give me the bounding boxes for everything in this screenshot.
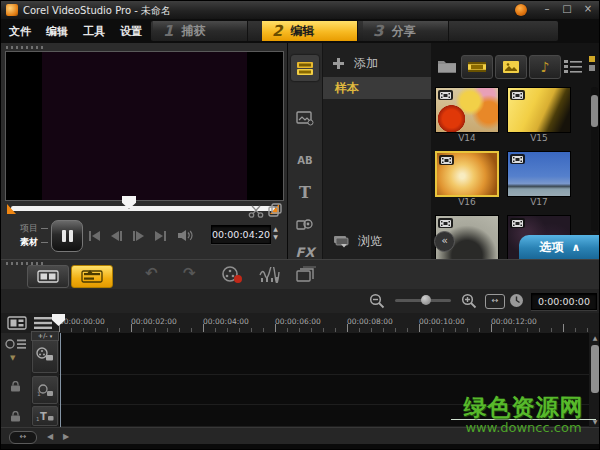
panel-grip[interactable] xyxy=(6,46,44,49)
add-gallery-button[interactable]: 添加 xyxy=(333,55,378,72)
menu-file[interactable]: 文件 xyxy=(9,24,31,39)
preview-timecode[interactable]: 00:00:04:20 xyxy=(211,225,271,244)
tab-capture[interactable]: 1 捕获 xyxy=(153,21,248,41)
gallery-item-sample[interactable]: 样本 xyxy=(323,77,431,99)
spinner-up-icon[interactable]: ▲ xyxy=(271,225,280,233)
collapse-library-button[interactable]: « xyxy=(434,231,455,252)
go-to-end-button[interactable] xyxy=(155,229,166,243)
timeline-ruler[interactable]: 00:00:00:00 00:00:02:00 00:00:04:00 00:0… xyxy=(1,313,600,334)
add-remove-chapter-button[interactable]: +/- ▾ xyxy=(31,331,59,341)
svg-text:1: 1 xyxy=(36,416,40,422)
tab-share[interactable]: 3 分享 xyxy=(363,21,449,41)
tab-edit[interactable]: 2 编辑 xyxy=(262,21,358,41)
timecode-spinner[interactable]: ▲ ▼ xyxy=(271,225,280,242)
instant-project-icon[interactable] xyxy=(295,266,317,283)
browse-icon xyxy=(333,235,350,248)
track-manager-icon[interactable] xyxy=(5,338,27,350)
project-mode-label[interactable]: 项目 xyxy=(20,222,38,235)
corel-badge-icon[interactable] xyxy=(515,4,527,16)
maximize-button[interactable]: □ xyxy=(559,2,575,16)
undo-button[interactable]: ↶ xyxy=(145,264,158,282)
scroll-up-icon[interactable]: ▲ xyxy=(589,333,600,343)
ruler-label: 00:00:12:00 xyxy=(491,317,561,326)
menu-tools[interactable]: 工具 xyxy=(83,24,105,39)
thumbnail-label: V15 xyxy=(507,133,571,143)
video-clip-badge-icon xyxy=(510,218,525,228)
clip-mode-label[interactable]: 素材 xyxy=(20,236,38,249)
thumbnail-label: V16 xyxy=(435,197,499,207)
track-list-icon[interactable] xyxy=(33,316,53,330)
thumbnail-v15[interactable] xyxy=(507,87,571,133)
video-track-icon xyxy=(36,347,54,361)
menu-bar: 文件 编辑 工具 设置 1 捕获 2 编辑 3 分享 xyxy=(1,19,600,43)
spinner-down-icon[interactable]: ▼ xyxy=(271,233,280,241)
minimize-button[interactable]: – xyxy=(539,2,555,16)
thumbnail-v14[interactable] xyxy=(435,87,499,133)
track-left-strip: ▼ xyxy=(1,333,32,427)
library-panel: AB T FX 添加 样本 xyxy=(288,43,600,259)
go-to-start-button[interactable] xyxy=(89,229,100,243)
svg-text:1: 1 xyxy=(37,390,41,397)
split-clip-icon[interactable] xyxy=(248,205,264,218)
library-content: ♪ V14 xyxy=(431,43,600,259)
nav-graphics-icon[interactable] xyxy=(291,211,319,237)
folder-icon[interactable] xyxy=(437,58,457,74)
timeline-timecode[interactable]: 0:00:00:00 xyxy=(531,293,597,310)
next-frame-button[interactable] xyxy=(133,229,144,243)
enlarge-preview-icon[interactable] xyxy=(268,203,282,217)
duration-clock-icon[interactable] xyxy=(509,293,524,308)
trim-bar[interactable] xyxy=(11,206,275,211)
track-dropdown-icon[interactable]: ▼ xyxy=(10,354,15,362)
previous-frame-button[interactable] xyxy=(111,229,122,243)
nav-titles-icon[interactable]: T xyxy=(291,179,319,205)
trim-start-handle[interactable] xyxy=(7,204,16,214)
track-lock-icon[interactable] xyxy=(9,411,22,422)
list-view-icon[interactable] xyxy=(563,59,583,73)
track-header-column: 1 T 1 xyxy=(31,333,59,427)
nav-transitions-icon[interactable]: AB xyxy=(291,147,319,173)
storyboard-view-button[interactable] xyxy=(27,265,69,288)
video-track-row[interactable] xyxy=(59,333,589,375)
volume-icon[interactable] xyxy=(177,229,194,242)
scroll-right-icon[interactable]: ▶ xyxy=(63,432,69,441)
sort-view-icon[interactable] xyxy=(588,55,596,73)
filter-audio-button[interactable]: ♪ xyxy=(529,55,561,79)
sound-mixer-icon[interactable] xyxy=(259,267,283,283)
video-clip-badge-icon xyxy=(438,218,453,228)
filter-photo-button[interactable] xyxy=(495,55,527,79)
pause-button[interactable] xyxy=(51,220,83,252)
video-clip-badge-icon xyxy=(510,90,525,100)
gallery-list: 添加 样本 浏览 xyxy=(323,43,432,259)
overlay-track-button[interactable]: 1 xyxy=(32,376,58,404)
menu-edit[interactable]: 编辑 xyxy=(46,24,68,39)
scroll-left-icon[interactable]: ◀ xyxy=(47,432,53,441)
options-button[interactable]: 选项 ∧ xyxy=(519,235,600,259)
nav-instant-project-icon[interactable] xyxy=(291,105,319,131)
nav-media-icon[interactable] xyxy=(291,55,319,81)
timeline-view-button[interactable] xyxy=(71,265,113,288)
track-lock-icon[interactable] xyxy=(9,381,22,392)
redo-button[interactable]: ↷ xyxy=(183,264,196,282)
timeline-toolbar: ↶ ↷ xyxy=(1,259,600,291)
fit-project-icon[interactable]: ↔ xyxy=(485,294,505,309)
ruler-label: 00:00:00:00 xyxy=(59,317,129,326)
timeline-scrollbar-thumb[interactable] xyxy=(591,345,599,393)
ruler-label: 00:00:06:00 xyxy=(275,317,345,326)
record-capture-icon[interactable] xyxy=(221,266,243,284)
library-scrollbar-thumb[interactable] xyxy=(591,95,598,127)
library-scrollbar[interactable] xyxy=(591,87,598,231)
timeline-scroll-button[interactable]: ↔ xyxy=(9,431,37,444)
track-view-icon[interactable] xyxy=(7,316,27,330)
video-clip-badge-icon xyxy=(510,154,525,164)
thumbnail-v17[interactable] xyxy=(507,151,571,197)
zoom-out-icon[interactable] xyxy=(369,293,385,309)
thumbnail-v16[interactable] xyxy=(435,151,499,197)
filter-video-button[interactable] xyxy=(461,55,493,79)
timeline-zoom-handle[interactable] xyxy=(421,295,431,305)
title-track-button[interactable]: T 1 xyxy=(32,406,58,426)
menu-settings[interactable]: 设置 xyxy=(120,24,142,39)
close-button[interactable]: × xyxy=(580,2,596,16)
overlay-track-icon: 1 xyxy=(36,384,54,397)
browse-button[interactable]: 浏览 xyxy=(333,233,382,250)
zoom-in-icon[interactable] xyxy=(461,293,477,309)
